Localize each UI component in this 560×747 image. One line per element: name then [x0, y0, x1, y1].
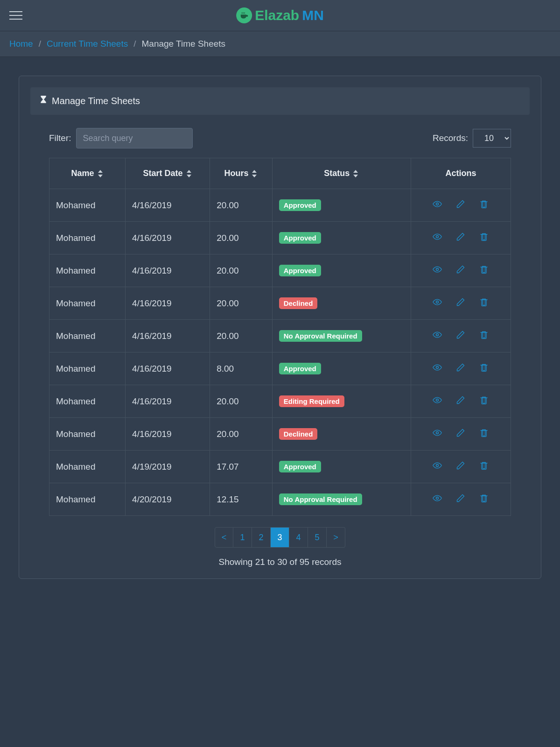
records-label: Records:	[433, 133, 468, 143]
cell-hours: 20.00	[210, 418, 273, 451]
view-button[interactable]	[433, 363, 442, 372]
breadcrumb-home[interactable]: Home	[9, 39, 33, 49]
view-button[interactable]	[433, 395, 442, 405]
page-prev[interactable]: <	[215, 527, 233, 548]
delete-button[interactable]	[479, 493, 489, 503]
cell-actions	[411, 352, 511, 385]
view-button[interactable]	[433, 232, 442, 241]
records-select[interactable]: 10	[473, 129, 511, 148]
view-button[interactable]	[433, 461, 442, 470]
cell-hours: 17.07	[210, 451, 273, 483]
delete-button[interactable]	[479, 330, 489, 339]
cell-actions	[411, 222, 511, 254]
filter-label: Filter:	[49, 133, 71, 143]
cell-name: Mohamed	[49, 320, 126, 352]
showing-text: Showing 21 to 30 of 95 records	[30, 557, 530, 567]
page-1[interactable]: 1	[233, 527, 252, 548]
card-title: Manage Time Sheets	[52, 96, 140, 106]
delete-button[interactable]	[479, 461, 489, 470]
status-badge: Declined	[279, 428, 318, 440]
edit-button[interactable]	[456, 297, 465, 307]
cell-status: Declined	[272, 287, 411, 320]
page-body: Manage Time Sheets Filter: Records: 10 N…	[0, 57, 560, 598]
cell-actions	[411, 385, 511, 418]
cell-start-date: 4/16/2019	[126, 287, 210, 320]
cell-hours: 20.00	[210, 287, 273, 320]
delete-button[interactable]	[479, 232, 489, 241]
cell-name: Mohamed	[49, 287, 126, 320]
cell-start-date: 4/16/2019	[126, 320, 210, 352]
view-button[interactable]	[433, 199, 442, 209]
page-2[interactable]: 2	[252, 527, 271, 548]
edit-button[interactable]	[456, 265, 465, 274]
status-badge: Approved	[279, 265, 321, 276]
view-button[interactable]	[433, 265, 442, 274]
status-badge: No Approval Required	[279, 330, 362, 342]
edit-button[interactable]	[456, 330, 465, 339]
cell-start-date: 4/16/2019	[126, 385, 210, 418]
edit-button[interactable]	[456, 428, 465, 437]
page-next[interactable]: >	[327, 527, 345, 548]
col-start-date[interactable]: Start Date	[126, 158, 210, 189]
cell-start-date: 4/16/2019	[126, 352, 210, 385]
page-5[interactable]: 5	[308, 527, 327, 548]
sort-icon	[252, 170, 258, 177]
brand-logo[interactable]: ElazabMN	[236, 7, 324, 23]
cell-actions	[411, 320, 511, 352]
col-name[interactable]: Name	[49, 158, 126, 189]
cell-actions	[411, 451, 511, 483]
view-button[interactable]	[433, 330, 442, 339]
cell-status: Approved	[272, 352, 411, 385]
cell-actions	[411, 287, 511, 320]
cell-status: No Approval Required	[272, 483, 411, 516]
view-button[interactable]	[433, 428, 442, 437]
edit-button[interactable]	[456, 232, 465, 241]
delete-button[interactable]	[479, 199, 489, 209]
sort-icon	[98, 170, 104, 177]
col-hours[interactable]: Hours	[210, 158, 273, 189]
table-row: Mohamed4/16/201920.00No Approval Require…	[49, 320, 511, 352]
cell-name: Mohamed	[49, 385, 126, 418]
cell-start-date: 4/16/2019	[126, 222, 210, 254]
cell-start-date: 4/19/2019	[126, 451, 210, 483]
status-badge: No Approval Required	[279, 493, 362, 505]
cell-name: Mohamed	[49, 352, 126, 385]
pagination: <12345>	[30, 527, 530, 548]
cell-hours: 20.00	[210, 385, 273, 418]
cell-start-date: 4/16/2019	[126, 254, 210, 287]
menu-toggle-button[interactable]	[9, 11, 22, 20]
cell-status: Approved	[272, 451, 411, 483]
delete-button[interactable]	[479, 363, 489, 372]
card-header: Manage Time Sheets	[30, 87, 530, 115]
edit-button[interactable]	[456, 199, 465, 209]
view-button[interactable]	[433, 493, 442, 503]
table-row: Mohamed4/16/201920.00Editing Required	[49, 385, 511, 418]
cell-start-date: 4/16/2019	[126, 189, 210, 222]
page-4[interactable]: 4	[289, 527, 308, 548]
brand-text-2: MN	[302, 7, 324, 23]
cell-status: Editing Required	[272, 385, 411, 418]
cell-status: Approved	[272, 222, 411, 254]
cell-hours: 20.00	[210, 222, 273, 254]
edit-button[interactable]	[456, 461, 465, 470]
delete-button[interactable]	[479, 395, 489, 405]
hourglass-icon	[40, 96, 47, 106]
col-actions: Actions	[411, 158, 511, 189]
edit-button[interactable]	[456, 395, 465, 405]
edit-button[interactable]	[456, 493, 465, 503]
view-button[interactable]	[433, 297, 442, 307]
breadcrumb-current-sheets[interactable]: Current Time Sheets	[47, 39, 128, 49]
cell-name: Mohamed	[49, 418, 126, 451]
table-row: Mohamed4/16/20198.00Approved	[49, 352, 511, 385]
breadcrumb-sep: /	[133, 39, 136, 49]
cell-name: Mohamed	[49, 189, 126, 222]
delete-button[interactable]	[479, 428, 489, 437]
delete-button[interactable]	[479, 265, 489, 274]
page-3[interactable]: 3	[271, 527, 289, 548]
delete-button[interactable]	[479, 297, 489, 307]
brand-icon	[236, 7, 252, 23]
col-status[interactable]: Status	[272, 158, 411, 189]
table-row: Mohamed4/16/201920.00Approved	[49, 222, 511, 254]
edit-button[interactable]	[456, 363, 465, 372]
search-input[interactable]	[76, 128, 193, 148]
